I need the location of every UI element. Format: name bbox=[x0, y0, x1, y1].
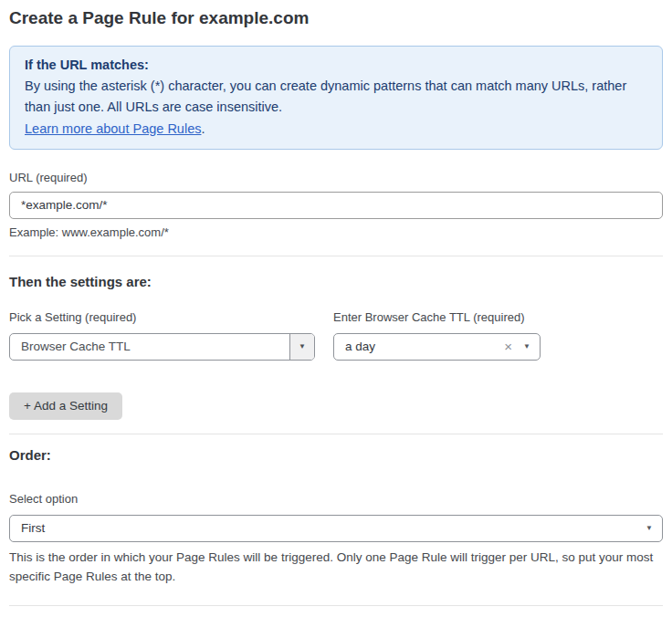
info-box-heading: If the URL matches: bbox=[25, 55, 647, 76]
order-select-dropdown[interactable]: First ▼ bbox=[9, 515, 663, 542]
url-match-info-box: If the URL matches: By using the asteris… bbox=[9, 46, 663, 150]
info-box-body: By using the asterisk (*) character, you… bbox=[25, 76, 647, 140]
link-suffix: . bbox=[201, 121, 205, 136]
order-helper-text: This is the order in which your Page Rul… bbox=[9, 549, 663, 587]
ttl-picker-column: Enter Browser Cache TTL (required) a day… bbox=[333, 310, 541, 361]
divider bbox=[9, 605, 663, 606]
order-select-value: First bbox=[21, 521, 646, 535]
divider bbox=[9, 434, 663, 434]
chevron-down-icon: ▼ bbox=[299, 343, 306, 350]
ttl-picker-dropdown[interactable]: a day × ▼ bbox=[333, 333, 541, 361]
settings-row: Pick a Setting (required) Browser Cache … bbox=[9, 310, 663, 361]
setting-picker-arrow-section[interactable]: ▼ bbox=[289, 334, 314, 360]
url-field-label: URL (required) bbox=[9, 171, 663, 184]
chevron-down-icon: ▼ bbox=[646, 525, 653, 532]
url-example-helper: Example: www.example.com/* bbox=[9, 225, 663, 239]
info-box-body-text: By using the asterisk (*) character, you… bbox=[25, 78, 626, 114]
chevron-down-icon: ▼ bbox=[523, 343, 530, 350]
setting-picker-column: Pick a Setting (required) Browser Cache … bbox=[9, 310, 315, 361]
setting-picker-dropdown[interactable]: Browser Cache TTL ▼ bbox=[9, 333, 315, 361]
ttl-picker-value: a day bbox=[345, 340, 504, 353]
url-input[interactable] bbox=[9, 192, 663, 219]
clear-icon[interactable]: × bbox=[504, 340, 512, 353]
setting-picker-label: Pick a Setting (required) bbox=[9, 310, 315, 324]
page-rule-form: Create a Page Rule for example.com If th… bbox=[0, 0, 672, 617]
page-title: Create a Page Rule for example.com bbox=[9, 7, 663, 29]
order-section-heading: Order: bbox=[9, 447, 663, 463]
divider bbox=[9, 256, 663, 256]
settings-section-heading: Then the settings are: bbox=[9, 274, 663, 289]
order-select-label: Select option bbox=[9, 492, 663, 506]
add-setting-button[interactable]: + Add a Setting bbox=[9, 392, 122, 420]
ttl-picker-label: Enter Browser Cache TTL (required) bbox=[333, 310, 541, 324]
learn-more-link[interactable]: Learn more about Page Rules bbox=[25, 121, 201, 136]
setting-picker-value: Browser Cache TTL bbox=[10, 340, 289, 353]
